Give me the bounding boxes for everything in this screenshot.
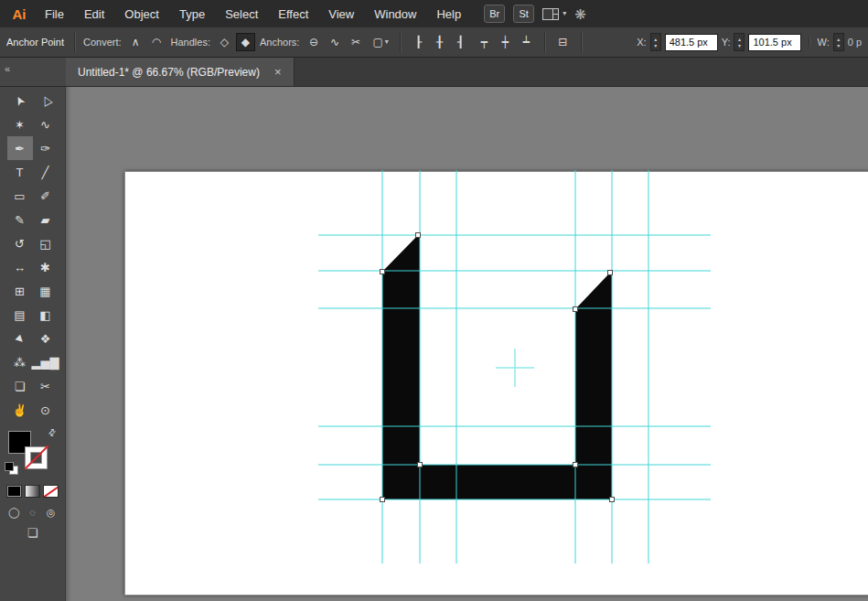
arrange-documents-button[interactable]: ▾: [542, 8, 566, 20]
menu-effect[interactable]: Effect: [268, 0, 318, 27]
align-center-button[interactable]: ╂: [430, 33, 449, 51]
menu-select[interactable]: Select: [215, 0, 268, 27]
convert-to-corner-button[interactable]: ∧: [126, 33, 145, 51]
tool-icon: ╱: [42, 166, 49, 178]
align-top-button[interactable]: ┯: [475, 33, 494, 51]
position-fields: X: ▴ ▾ Y: ▴ ▾ W: ▴ ▾ 0 p: [637, 33, 862, 51]
draw-normal-button[interactable]: ◯: [7, 505, 22, 520]
divider: [544, 32, 545, 52]
transform-menu-button[interactable]: ▢ ▾: [370, 33, 391, 51]
artboard-tool[interactable]: ❏: [7, 374, 33, 398]
share-button[interactable]: ❋: [574, 7, 586, 21]
hide-handles-button[interactable]: ◆: [236, 33, 255, 51]
y-position-input[interactable]: [748, 34, 801, 51]
align-left-button[interactable]: ┠: [409, 33, 428, 51]
column-graph-tool[interactable]: ▂▅▇: [33, 350, 59, 374]
shape-builder-tool[interactable]: ⊞: [7, 279, 33, 303]
anchor-point[interactable]: [573, 463, 578, 467]
cut-path-button[interactable]: ✂: [346, 33, 365, 51]
document-tab[interactable]: Untitled-1* @ 66.67% (RGB/Preview) ×: [66, 58, 295, 86]
convert-to-smooth-button[interactable]: ◠: [147, 33, 166, 51]
stroke-color-swatch[interactable]: [25, 446, 48, 469]
lasso-tool[interactable]: ∿: [33, 113, 59, 136]
anchor-point[interactable]: [380, 498, 385, 502]
w-stepper[interactable]: ▴ ▾: [833, 33, 844, 51]
tab-close-icon[interactable]: ×: [274, 66, 282, 78]
align-middle-button[interactable]: ┿: [496, 33, 515, 51]
menu-file[interactable]: File: [35, 0, 74, 27]
align-horizontal-buttons: ┠ ╂ ┨: [409, 33, 470, 51]
canvas-area[interactable]: [66, 87, 868, 601]
menu-help[interactable]: Help: [426, 0, 471, 27]
align-right-button[interactable]: ┨: [451, 33, 470, 51]
anchor-point[interactable]: [416, 233, 421, 238]
anchor-point[interactable]: [573, 307, 578, 312]
tool-grid: ➤ ▷ ✶ ∿ ✒ ✑: [7, 89, 59, 422]
menu-edit[interactable]: Edit: [74, 0, 114, 27]
stock-button[interactable]: St: [513, 5, 534, 23]
type-tool[interactable]: T: [7, 160, 33, 184]
swap-fill-stroke-icon[interactable]: ⇄: [46, 426, 58, 438]
gradient-tool[interactable]: ◧: [33, 303, 59, 327]
chevron-down-icon: ▾: [563, 10, 566, 17]
bridge-button[interactable]: Br: [484, 5, 505, 23]
magic-wand-tool[interactable]: ✶: [7, 113, 33, 136]
direct-selection-tool[interactable]: ▷: [33, 89, 59, 113]
tool-icon: ▤: [14, 309, 25, 321]
connect-anchors-button[interactable]: ∿: [325, 33, 344, 51]
show-handles-button[interactable]: ◇: [215, 33, 234, 51]
divider: [400, 32, 401, 52]
line-segment-tool[interactable]: ╱: [33, 160, 59, 184]
eyedropper-tool[interactable]: ▼: [7, 327, 33, 350]
anchor-point[interactable]: [418, 463, 423, 467]
slice-tool[interactable]: ✂: [33, 374, 59, 398]
collapse-panel-button[interactable]: «: [5, 64, 10, 74]
x-position-input[interactable]: [665, 34, 718, 51]
menu-view[interactable]: View: [318, 0, 364, 27]
mesh-tool[interactable]: ▤: [7, 303, 33, 327]
anchor-point[interactable]: [610, 498, 615, 502]
hand-tool[interactable]: ✌: [7, 398, 33, 422]
paintbrush-tool[interactable]: ✐: [33, 184, 59, 208]
blend-tool[interactable]: ❖: [33, 327, 59, 350]
zoom-tool[interactable]: ⊙: [33, 398, 59, 422]
perspective-grid-tool[interactable]: ▦: [33, 279, 59, 303]
pen-tool[interactable]: ✒: [7, 136, 33, 160]
menu-object[interactable]: Object: [114, 0, 169, 27]
distribute-button[interactable]: ⊟: [553, 33, 573, 51]
button-icon: ◆: [241, 37, 250, 48]
share-icon: ❋: [574, 7, 586, 21]
menu-window[interactable]: Window: [364, 0, 426, 27]
gradient-button[interactable]: [25, 485, 40, 498]
width-tool[interactable]: ↔: [7, 255, 33, 279]
pencil-tool[interactable]: ✎: [7, 208, 33, 231]
draw-inside-button[interactable]: ◎: [44, 505, 59, 520]
align-bottom-button[interactable]: ┷: [517, 33, 536, 51]
tool-icon: ⊙: [40, 404, 50, 416]
change-screen-mode-button[interactable]: ❏: [27, 527, 38, 539]
tool-icon: ❖: [40, 333, 51, 345]
tool-icon: T: [16, 166, 24, 178]
rectangle-tool[interactable]: ▭: [7, 184, 33, 208]
button-icon: ◇: [220, 37, 229, 48]
eraser-tool[interactable]: ▰: [33, 208, 59, 231]
scale-tool[interactable]: ◱: [33, 231, 59, 255]
tool-icon: ▭: [14, 190, 25, 202]
y-stepper[interactable]: ▴ ▾: [734, 33, 745, 51]
rotate-tool[interactable]: ↺: [7, 231, 33, 255]
anchor-point[interactable]: [380, 270, 385, 274]
anchor-point[interactable]: [608, 271, 613, 275]
symbol-sprayer-tool[interactable]: ⁂: [7, 350, 33, 374]
convert-label: Convert:: [83, 37, 122, 48]
none-button[interactable]: [43, 485, 59, 498]
remove-anchor-button[interactable]: ⊖: [304, 33, 323, 51]
selection-tool[interactable]: ➤: [7, 89, 33, 113]
draw-behind-button[interactable]: ◌: [26, 505, 40, 520]
free-transform-tool[interactable]: ✱: [33, 255, 59, 279]
curvature-tool[interactable]: ✑: [33, 136, 59, 160]
x-stepper[interactable]: ▴ ▾: [650, 33, 661, 51]
default-fill-stroke-icon[interactable]: [5, 462, 18, 475]
color-button[interactable]: [6, 485, 22, 498]
menu-type[interactable]: Type: [169, 0, 215, 27]
w-value: 0 p: [848, 37, 862, 48]
